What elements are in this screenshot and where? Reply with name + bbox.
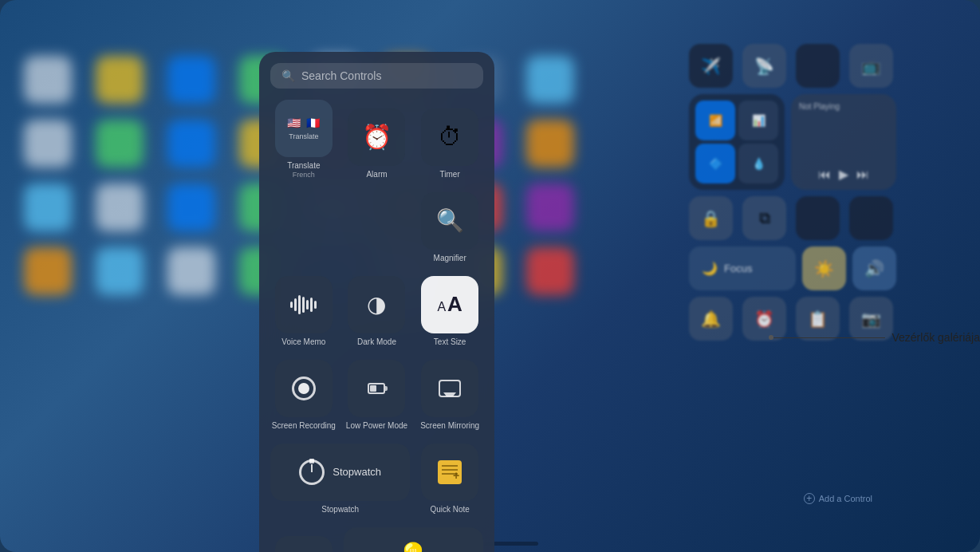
battery-fill: [370, 385, 376, 392]
bluetooth-tile: 🔷: [695, 144, 735, 183]
annotation: Vezérlők galériája: [771, 331, 980, 344]
stopwatch-icon: [299, 459, 325, 485]
add-control-section: + Add a Control: [804, 493, 872, 504]
bar7: [314, 301, 317, 309]
play-pause-button[interactable]: ▶: [839, 167, 848, 182]
text-size-small-a: A: [437, 300, 446, 314]
timer-icon-wrap: ⏱: [421, 108, 478, 166]
quick-note-control[interactable]: Quick Note: [416, 444, 483, 521]
stopwatch-btn: [309, 459, 314, 463]
screen-mirroring-icon: [439, 380, 461, 397]
battery-icon: [368, 383, 385, 394]
annotation-dash: [773, 337, 885, 338]
magnifier-label: Magnifier: [434, 254, 466, 263]
timer-icon: ⏱: [438, 124, 462, 151]
annotation-text: Vezérlők galériája: [891, 331, 980, 344]
bar5: [306, 300, 309, 310]
connectivity-block: 📶 📊 🔷 💧: [689, 94, 785, 190]
screen-recording-icon-wrap: [275, 360, 333, 417]
low-power-control[interactable]: Low Power Mode: [344, 360, 411, 437]
voice-memo-control[interactable]: Voice Memo: [270, 276, 337, 353]
airplay-tile: 📺: [849, 44, 893, 88]
quick-note-icon: [438, 460, 462, 484]
dark-mode-label: Dark Mode: [357, 337, 396, 347]
brightness-tile[interactable]: ☀️: [802, 246, 846, 290]
screen-mirroring-control[interactable]: Screen Mirroring: [416, 360, 483, 437]
bar4: [302, 297, 305, 313]
screen-mirror-tile: ⧉: [742, 196, 786, 240]
silent-mode-tile[interactable]: 🔔: [689, 297, 733, 341]
low-power-label: Low Power Mode: [346, 421, 407, 431]
stopwatch-control[interactable]: Stopwatch Stopwatch: [270, 444, 410, 521]
quick-note-label: Quick Note: [430, 505, 469, 515]
rewind-button[interactable]: ⏮: [818, 168, 831, 182]
airplane-mode-tile: ✈️: [689, 44, 733, 88]
dark-mode-control[interactable]: ◑ Dark Mode: [344, 276, 411, 353]
flag-us: 🇺🇸: [286, 116, 302, 129]
search-icon: 🔍: [281, 69, 295, 82]
volume-tile[interactable]: 🔊: [852, 246, 896, 290]
text-size-large-a: A: [447, 292, 462, 317]
quick-note-icon-wrap: [421, 444, 478, 501]
playback-controls: ⏮ ▶ ⏭: [799, 167, 888, 182]
cellular-tile: 📊: [738, 101, 778, 140]
bar3: [298, 295, 301, 314]
moon-icon: 🌙: [702, 261, 718, 276]
flag-fr: 🇫🇷: [305, 116, 321, 129]
stopwatch-text: Stopwatch: [333, 466, 381, 478]
bar6: [310, 298, 313, 312]
home-bulb-icon: 💡: [397, 541, 429, 552]
empty-tile-2: [849, 196, 893, 240]
translate-icon-wrap: 🇺🇸 🇫🇷 Translate: [275, 100, 333, 157]
screen-mirroring-icon-wrap: [421, 360, 478, 417]
bar1: [290, 302, 293, 308]
voice-memo-icon: [290, 294, 317, 316]
screen-recording-label: Screen Recording: [272, 421, 336, 431]
screen-recording-control[interactable]: Screen Recording: [270, 360, 337, 437]
translate-sub: Translate: [289, 132, 318, 140]
voice-memo-icon-wrap: [275, 276, 333, 333]
scan-code-icon-wrap: [275, 536, 333, 552]
timer-control[interactable]: ⏱ Timer: [416, 100, 483, 186]
scan-code-control[interactable]: Scan Code: [270, 527, 337, 552]
search-controls-panel: 🔍 Search Controls 🇺🇸 🇫🇷 Translate Transl…: [259, 52, 494, 552]
alarm-control[interactable]: ⏰ Alarm: [344, 100, 411, 186]
alarm-icon-wrap: ⏰: [348, 108, 405, 166]
dark-mode-icon: ◑: [367, 291, 386, 317]
fast-forward-button[interactable]: ⏭: [856, 168, 869, 182]
hotspot-tile: 💧: [738, 144, 778, 183]
wifi-tile: 📶: [695, 101, 735, 140]
translate-sublabel: French: [287, 171, 320, 179]
bar2: [294, 298, 297, 311]
empty-tile-1: [796, 196, 840, 240]
focus-button[interactable]: 🌙 Focus: [689, 246, 796, 290]
alarm-label: Alarm: [366, 170, 387, 179]
add-control-label: Add a Control: [819, 494, 872, 503]
timer-label: Timer: [440, 170, 460, 179]
translate-label: TranslateFrench: [287, 161, 320, 179]
dark-mode-icon-wrap: ◑: [348, 276, 405, 333]
now-playing-label: Not Playing: [799, 102, 888, 111]
scene-accessory-control[interactable]: 💡 Scene or AccessoryHome: [344, 527, 483, 552]
low-power-icon: [368, 383, 385, 394]
now-playing-block: Not Playing ⏮ ▶ ⏭: [791, 94, 896, 190]
magnifier-control[interactable]: 🔍 Magnifier: [416, 192, 483, 270]
screen-recording-icon: [292, 377, 316, 400]
airdrop-tile: 📡: [742, 44, 786, 88]
screen-mirroring-label: Screen Mirroring: [420, 421, 479, 431]
search-placeholder: Search Controls: [301, 69, 381, 82]
text-size-control[interactable]: A A Text Size: [416, 276, 483, 353]
magnifier-icon: 🔍: [436, 207, 464, 234]
controls-grid: 🇺🇸 🇫🇷 Translate TranslateFrench ⏰ Alarm …: [270, 100, 483, 552]
alarm-icon: ⏰: [362, 123, 392, 151]
control-center-right: ✈️ 📡 📺 📶 📊 🔷 💧 Not Playing ⏮ ▶ ⏭ 🔒 ⧉: [689, 44, 896, 341]
search-bar[interactable]: 🔍 Search Controls: [270, 63, 483, 89]
text-size-label: Text Size: [434, 337, 466, 347]
focus-label: Focus: [724, 262, 752, 274]
translate-control[interactable]: 🇺🇸 🇫🇷 Translate TranslateFrench: [270, 100, 337, 186]
add-control-plus-icon: +: [804, 493, 815, 504]
translate-icon: 🇺🇸 🇫🇷: [286, 116, 321, 129]
magnifier-icon-wrap: 🔍: [421, 192, 478, 250]
low-power-icon-wrap: [348, 360, 405, 417]
screen-rec-inner: [298, 383, 309, 394]
